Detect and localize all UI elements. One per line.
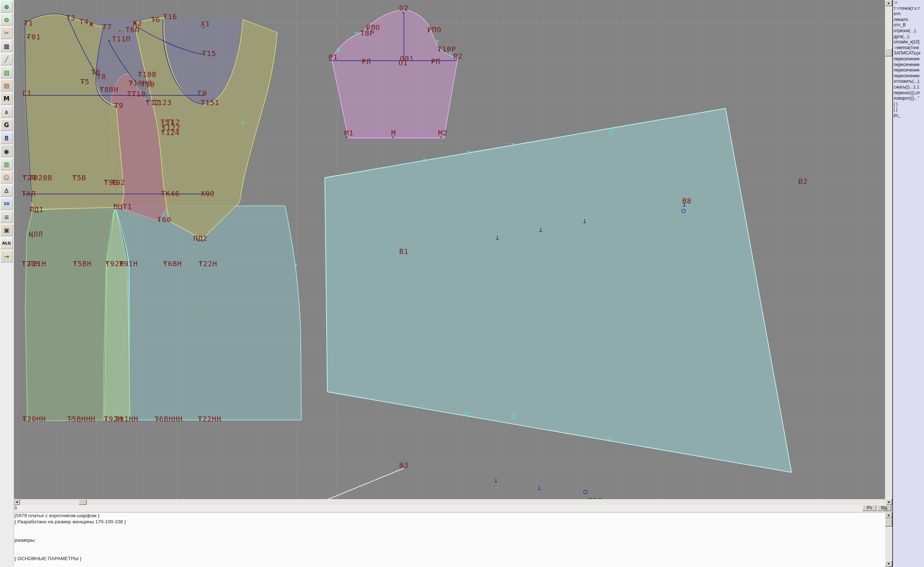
point-label: Т10В: [138, 70, 157, 79]
command-line[interactable]: пересечение: [893, 68, 924, 73]
sizes-button[interactable]: 8: [0, 132, 13, 144]
point-label: Т11П: [112, 35, 130, 43]
point-label: В3: [399, 461, 409, 469]
algorithm-button[interactable]: ALG: [0, 237, 13, 249]
camera-button[interactable]: ◉: [0, 145, 13, 157]
drawing-canvas[interactable]: Т1Т01Т3Т4жТ7Ж2Т6ПТ6Т16Х1Т11ПТ15Т5Т8Т8Т10…: [0, 0, 885, 505]
vscroll-thumb[interactable]: [885, 48, 892, 56]
point-label: Г1: [22, 89, 32, 98]
command-line[interactable]: :=метка(точк: [893, 45, 924, 51]
canvas-vscrollbar[interactable]: ▲ ▼: [885, 0, 892, 505]
command-list-panel[interactable]: :=т:=точка(т.х,тотллекалоотл_Вотрезок( ,…: [892, 0, 924, 567]
editor-vscroll-thumb[interactable]: [885, 519, 892, 526]
point-label: ПД2: [194, 234, 207, 243]
algorithm-text-editor[interactable]: {5979 платье с воротником-шарфом }{ Разр…: [14, 512, 885, 567]
editor-vscrollbar[interactable]: ▲ ▼: [885, 512, 892, 567]
point-label: Т60: [158, 215, 171, 224]
graphics-button[interactable]: G: [0, 119, 13, 131]
grid-icon: ▦: [4, 43, 9, 50]
point-label: Т5ВННН: [67, 415, 95, 423]
scroll-left-icon[interactable]: ◄: [14, 499, 20, 505]
point-label: В1: [399, 247, 409, 256]
point-label: Т21Н: [27, 259, 46, 268]
compass-icon: ∧: [4, 108, 9, 116]
graphics-icon: G: [4, 121, 9, 129]
hscroll-thumb[interactable]: [79, 499, 87, 505]
scroll-position-value: 0: [14, 505, 17, 511]
exit-button[interactable]: →: [0, 251, 13, 263]
point-label: В8: [682, 197, 692, 205]
scroll-right-icon[interactable]: ►: [886, 499, 892, 505]
command-line[interactable]: :=: [893, 0, 924, 6]
notes-button[interactable]: ≡: [0, 211, 13, 223]
measurements-button[interactable]: M: [0, 93, 13, 105]
pattern-pieces-button[interactable]: ✂: [0, 27, 13, 39]
command-line[interactable]: пересечение: [893, 73, 924, 79]
pattern-drawing[interactable]: Т1Т01Т3Т4жТ7Ж2Т6ПТ6Т16Х1Т11ПТ15Т5Т8Т8Т10…: [0, 0, 885, 505]
library-button[interactable]: ▣: [0, 224, 13, 236]
point-label: Т9: [114, 101, 123, 110]
command-line[interactable]: ЗАПИСАТЬ(и: [893, 51, 924, 56]
point-marker: [71, 116, 73, 117]
point-label: Т124: [161, 128, 180, 137]
zoom-in-button[interactable]: ⊕: [0, 1, 13, 13]
sketch-button[interactable]: ▨: [0, 66, 13, 78]
zoom-out-button[interactable]: ⊖: [0, 14, 13, 26]
point-label: Т6П: [126, 25, 140, 34]
point-label: ЦОЛ: [29, 230, 43, 238]
garment-button[interactable]: ∆: [0, 185, 13, 197]
command-line[interactable]: дуга(...);: [893, 34, 924, 40]
command-line[interactable]: отл: [893, 11, 924, 17]
grid-button[interactable]: ▦: [0, 40, 13, 52]
command-line[interactable]: отрезок( , );: [893, 28, 924, 34]
command-line[interactable]: сжать(()...1.1: [893, 84, 924, 90]
table-button[interactable]: ▥: [0, 159, 13, 170]
point-label: РЛ: [362, 57, 371, 66]
editor-scroll-up-icon[interactable]: ▲: [885, 512, 892, 518]
garment-icon: ∆: [4, 187, 9, 194]
command-line[interactable]: [ ]: [893, 107, 924, 113]
point-label: Т5: [80, 77, 90, 86]
compass-button[interactable]: ∧: [0, 106, 13, 118]
model-photo-icon: ☺: [3, 174, 10, 181]
point-label: ТТ10: [127, 90, 146, 98]
template-button[interactable]: ▤: [0, 80, 13, 91]
editor-scroll-down-icon[interactable]: ▼: [885, 561, 892, 567]
canvas-hscrollbar[interactable]: ◄ ►: [14, 499, 892, 505]
command-line[interactable]: { }: [893, 101, 924, 107]
camera-icon: ◉: [4, 148, 9, 155]
command-line[interactable]: пересечение: [893, 62, 924, 68]
point-label: Т6ВН: [163, 259, 182, 268]
point-label: Т6ВННН: [154, 415, 183, 423]
segment-button[interactable]: ╱: [0, 53, 13, 65]
command-line[interactable]: сплайн_к[10]: [893, 39, 924, 45]
point-label: Т5В: [72, 173, 86, 182]
md-button[interactable]: Мд: [877, 505, 891, 511]
pattern-cad-app: ⊕⊖✂▦╱▨▤M∧G8◉▥☺∆3D≡▣ALG→ Т1Т01Т3Т4жТ7Ж2Т6…: [0, 0, 924, 567]
scroll-up-icon[interactable]: ▲: [885, 0, 892, 6]
command-line[interactable]: перенос((),от: [893, 90, 924, 96]
point-marker: [109, 40, 110, 41]
point-label: Т8Р: [360, 29, 374, 38]
algorithm-icon: ALG: [2, 241, 11, 245]
command-line[interactable]: отл_В: [893, 23, 924, 28]
segment-icon: ╱: [5, 56, 8, 63]
command-line[interactable]: пересечение: [893, 56, 924, 62]
point-label: Т8ВН: [100, 85, 118, 94]
point-label: ТАЛ: [22, 189, 36, 198]
point-label: Т22Н: [198, 259, 217, 268]
rz-button[interactable]: Рз: [862, 505, 876, 511]
model-photo-button[interactable]: ☺: [0, 171, 13, 183]
3d-button[interactable]: 3D: [0, 198, 13, 210]
command-line[interactable]: лекало: [893, 17, 924, 23]
point-label: М2: [438, 129, 448, 137]
command-line[interactable]: т:=точка(т.х,т: [893, 6, 924, 12]
point-label: Т8: [97, 72, 106, 81]
point-marker: [119, 30, 120, 32]
point-label: ПД1: [30, 205, 44, 214]
command-line[interactable]: отложить(...);: [893, 79, 924, 84]
point-label: Т123: [153, 98, 172, 107]
command-line[interactable]: поворот(()...": [893, 96, 924, 101]
command-line[interactable]: рз_: [893, 113, 924, 119]
editor-line: { Разработано на размер женщины 170-100-…: [14, 519, 885, 525]
